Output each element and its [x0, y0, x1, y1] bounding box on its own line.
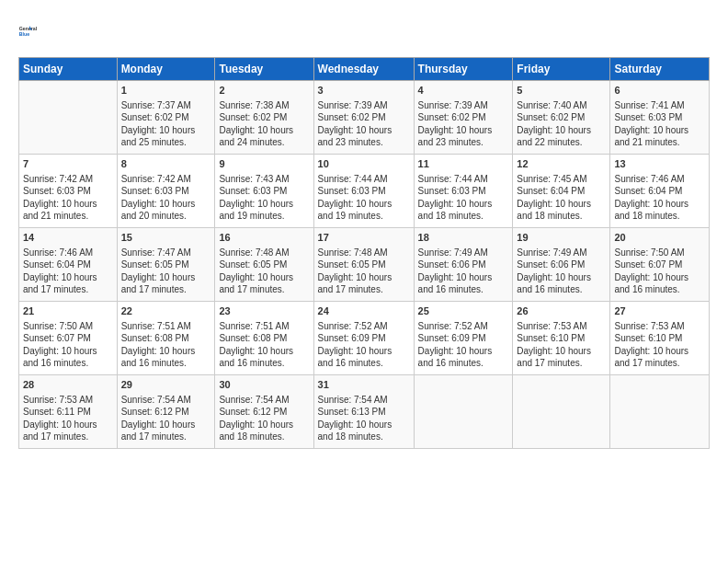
day-info: Sunset: 6:06 PM — [517, 259, 606, 271]
day-info: Daylight: 10 hours — [318, 198, 410, 211]
day-info: and 20 minutes. — [121, 210, 211, 223]
day-info: Sunrise: 7:41 AM — [614, 99, 705, 112]
calendar-cell: 28Sunrise: 7:53 AMSunset: 6:11 PMDayligh… — [19, 375, 118, 449]
day-info: and 17 minutes. — [23, 431, 113, 443]
calendar-cell: 3Sunrise: 7:39 AMSunset: 6:02 PMDaylight… — [313, 81, 414, 155]
calendar-cell: 29Sunrise: 7:54 AMSunset: 6:12 PMDayligh… — [117, 375, 215, 449]
day-info: Daylight: 10 hours — [23, 271, 113, 284]
day-info: Daylight: 10 hours — [219, 345, 309, 358]
day-info: Sunset: 6:13 PM — [318, 406, 410, 419]
day-info: Sunrise: 7:53 AM — [23, 394, 113, 407]
day-info: Sunset: 6:03 PM — [23, 185, 113, 198]
day-number: 1 — [121, 84, 211, 98]
calendar-header-row: SundayMondayTuesdayWednesdayThursdayFrid… — [19, 58, 710, 81]
page-container: General Blue SundayMondayTuesdayWednesda… — [0, 0, 728, 458]
day-number: 22 — [121, 304, 211, 318]
day-info: Sunrise: 7:54 AM — [219, 394, 309, 407]
day-info: Sunrise: 7:51 AM — [219, 320, 309, 333]
day-info: Daylight: 10 hours — [121, 419, 211, 431]
day-number: 14 — [23, 231, 113, 245]
calendar-week-3: 14Sunrise: 7:46 AMSunset: 6:04 PMDayligh… — [19, 228, 710, 302]
day-info: Sunset: 6:02 PM — [517, 111, 606, 124]
day-number: 23 — [219, 304, 309, 318]
day-info: and 23 minutes. — [318, 136, 410, 149]
day-info: and 17 minutes. — [318, 283, 410, 296]
day-info: Sunset: 6:03 PM — [219, 185, 309, 198]
day-info: Sunrise: 7:52 AM — [318, 320, 410, 333]
calendar-cell: 14Sunrise: 7:46 AMSunset: 6:04 PMDayligh… — [19, 228, 118, 302]
day-info: and 18 minutes. — [614, 210, 705, 223]
day-info: and 17 minutes. — [23, 283, 113, 296]
day-info: and 25 minutes. — [121, 136, 211, 149]
day-info: Sunset: 6:06 PM — [418, 259, 509, 271]
day-info: Sunset: 6:02 PM — [318, 111, 410, 124]
day-info: Sunrise: 7:53 AM — [614, 320, 705, 333]
calendar-week-5: 28Sunrise: 7:53 AMSunset: 6:11 PMDayligh… — [19, 375, 710, 449]
day-info: Sunset: 6:07 PM — [23, 332, 113, 345]
day-info: Sunrise: 7:48 AM — [219, 247, 309, 259]
day-number: 19 — [517, 231, 606, 245]
calendar-cell: 4Sunrise: 7:39 AMSunset: 6:02 PMDaylight… — [414, 81, 513, 155]
day-info: Daylight: 10 hours — [219, 124, 309, 137]
day-info: and 24 minutes. — [219, 136, 309, 149]
day-number: 11 — [418, 157, 509, 171]
day-info: and 17 minutes. — [121, 431, 211, 443]
day-info: Sunrise: 7:39 AM — [418, 99, 509, 112]
day-info: Sunrise: 7:37 AM — [121, 99, 211, 112]
day-info: Sunrise: 7:46 AM — [614, 173, 705, 186]
day-info: Sunset: 6:05 PM — [318, 259, 410, 271]
day-info: and 21 minutes. — [23, 210, 113, 223]
day-info: Daylight: 10 hours — [121, 345, 211, 358]
day-info: Daylight: 10 hours — [614, 271, 705, 284]
calendar-cell: 26Sunrise: 7:53 AMSunset: 6:10 PMDayligh… — [513, 302, 610, 375]
day-number: 20 — [614, 231, 705, 245]
day-number: 26 — [517, 304, 606, 318]
calendar-cell: 17Sunrise: 7:48 AMSunset: 6:05 PMDayligh… — [313, 228, 414, 302]
calendar-cell: 9Sunrise: 7:43 AMSunset: 6:03 PMDaylight… — [215, 155, 313, 228]
day-info: Sunrise: 7:38 AM — [219, 99, 309, 112]
day-info: Daylight: 10 hours — [517, 124, 606, 137]
day-info: Sunset: 6:03 PM — [418, 185, 509, 198]
header: General Blue — [18, 17, 710, 46]
day-info: Sunset: 6:05 PM — [219, 259, 309, 271]
day-info: Sunset: 6:08 PM — [219, 332, 309, 345]
day-info: Sunset: 6:02 PM — [121, 111, 211, 124]
day-number: 16 — [219, 231, 309, 245]
day-info: Daylight: 10 hours — [121, 124, 211, 137]
calendar-cell: 5Sunrise: 7:40 AMSunset: 6:02 PMDaylight… — [513, 81, 610, 155]
day-number: 21 — [23, 304, 113, 318]
day-info: Daylight: 10 hours — [318, 345, 410, 358]
day-info: Daylight: 10 hours — [517, 271, 606, 284]
calendar-cell: 15Sunrise: 7:47 AMSunset: 6:05 PMDayligh… — [117, 228, 215, 302]
weekday-header-thursday: Thursday — [414, 58, 513, 81]
day-info: Sunrise: 7:54 AM — [121, 394, 211, 407]
day-number: 29 — [121, 378, 211, 392]
weekday-header-monday: Monday — [117, 58, 215, 81]
calendar-cell: 30Sunrise: 7:54 AMSunset: 6:12 PMDayligh… — [215, 375, 313, 449]
day-info: Daylight: 10 hours — [418, 345, 509, 358]
day-number: 18 — [418, 231, 509, 245]
day-number: 5 — [517, 84, 606, 98]
calendar-cell: 25Sunrise: 7:52 AMSunset: 6:09 PMDayligh… — [414, 302, 513, 375]
calendar-body: 1Sunrise: 7:37 AMSunset: 6:02 PMDaylight… — [19, 81, 710, 449]
day-info: Sunrise: 7:47 AM — [121, 247, 211, 259]
day-info: and 16 minutes. — [121, 357, 211, 370]
svg-text:General: General — [19, 26, 38, 31]
calendar-cell: 22Sunrise: 7:51 AMSunset: 6:08 PMDayligh… — [117, 302, 215, 375]
calendar-cell: 16Sunrise: 7:48 AMSunset: 6:05 PMDayligh… — [215, 228, 313, 302]
calendar-cell — [513, 375, 610, 449]
day-info: Sunset: 6:12 PM — [219, 406, 309, 419]
day-info: Sunrise: 7:40 AM — [517, 99, 606, 112]
day-number: 12 — [517, 157, 606, 171]
day-info: Daylight: 10 hours — [418, 124, 509, 137]
day-info: Daylight: 10 hours — [318, 419, 410, 431]
day-info: and 19 minutes. — [219, 210, 309, 223]
day-info: Daylight: 10 hours — [219, 198, 309, 211]
day-info: and 23 minutes. — [418, 136, 509, 149]
day-info: Sunset: 6:11 PM — [23, 406, 113, 419]
day-info: and 16 minutes. — [614, 283, 705, 296]
day-info: Daylight: 10 hours — [614, 124, 705, 137]
day-number: 2 — [219, 84, 309, 98]
calendar-cell — [610, 375, 710, 449]
day-info: and 16 minutes. — [318, 357, 410, 370]
